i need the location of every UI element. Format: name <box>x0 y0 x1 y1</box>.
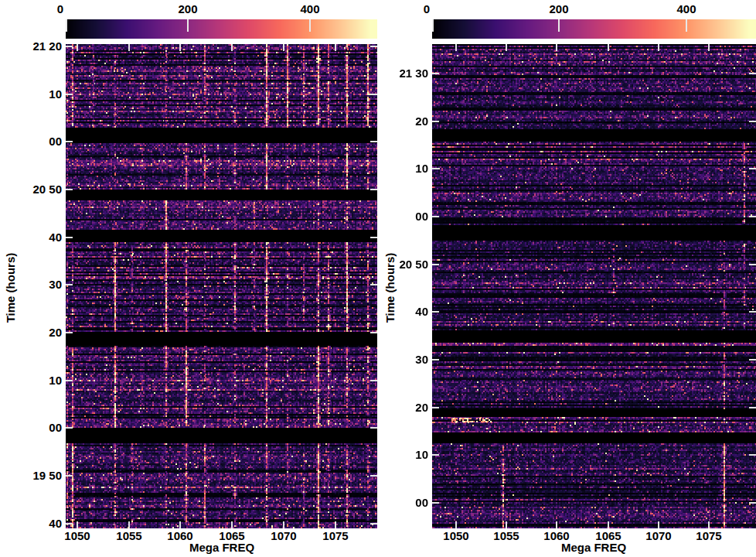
y-tick-label: 20 <box>374 114 428 128</box>
spectrogram-left <box>66 44 377 528</box>
y-tick-label: 21 20 <box>8 39 62 53</box>
y-tick-label: 00 <box>8 421 62 435</box>
y-tick-label: 10 <box>374 448 428 462</box>
y-tick-label: 20 <box>8 326 62 340</box>
x-tick-label: 1055 <box>106 529 152 543</box>
dual-dynamic-spectrum-figure: Time (hours) Mega FREQ Time (hours) Mega… <box>0 0 756 557</box>
y-tick-label: 19 50 <box>8 469 62 483</box>
y-tick-label: 10 <box>8 374 62 388</box>
colorbar-tick-label: 400 <box>279 2 341 16</box>
colorbar-tick-label: 200 <box>157 2 219 16</box>
x-tick-label: 1075 <box>312 529 359 543</box>
y-axis-title-right: Time (hours) <box>383 226 397 350</box>
x-tick-label: 1065 <box>209 529 255 543</box>
y-tick-label: 20 50 <box>374 258 428 272</box>
x-tick-label: 1070 <box>261 529 307 543</box>
x-tick-label: 1060 <box>533 529 580 543</box>
x-tick-label: 1075 <box>686 529 732 543</box>
y-tick-label: 00 <box>374 210 428 224</box>
y-tick-label: 40 <box>374 305 428 319</box>
x-tick-label: 1055 <box>483 529 530 543</box>
y-tick-label: 00 <box>8 135 62 149</box>
x-tick-label: 1065 <box>585 529 632 543</box>
colorbar-right <box>432 19 756 39</box>
colorbar-tick-label: 400 <box>656 2 717 16</box>
y-tick-label: 21 30 <box>374 67 428 80</box>
x-tick-label: 1070 <box>635 529 682 543</box>
y-tick-label: 30 <box>374 353 428 367</box>
colorbar-tick-label: 0 <box>29 2 91 16</box>
x-tick-label: 1060 <box>157 529 203 543</box>
x-tick-label: 1050 <box>54 529 100 543</box>
y-tick-label: 30 <box>8 278 62 292</box>
y-tick-label: 20 <box>374 401 428 415</box>
spectrogram-right <box>432 44 756 528</box>
y-tick-label: 40 <box>8 231 62 244</box>
x-tick-label: 1050 <box>433 529 479 543</box>
colorbar-tick-label: 200 <box>528 2 590 16</box>
y-tick-label: 10 <box>374 162 428 176</box>
colorbar-left <box>66 19 377 39</box>
y-tick-label: 10 <box>8 87 62 101</box>
y-tick-label: 20 50 <box>8 183 62 196</box>
colorbar-tick-label: 0 <box>396 2 458 16</box>
y-tick-label: 00 <box>374 496 428 510</box>
